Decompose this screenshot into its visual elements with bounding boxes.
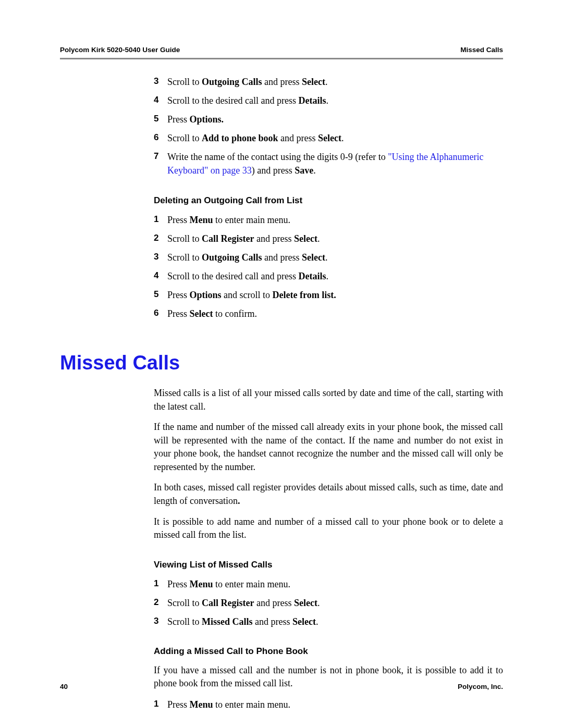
step-text: Scroll to Outgoing Calls and press Selec… — [167, 75, 503, 89]
paragraph: In both cases, missed call register prov… — [154, 481, 503, 508]
section-missed-calls: Missed calls is a list of all your misse… — [154, 387, 503, 711]
page-header: Polycom Kirk 5020-5040 User Guide Missed… — [60, 46, 503, 58]
step-number: 1 — [154, 213, 167, 227]
step-number: 5 — [154, 288, 167, 302]
step-item: 3 Scroll to Outgoing Calls and press Sel… — [154, 75, 503, 89]
step-text: Press Options. — [167, 113, 503, 126]
step-text: Scroll to Outgoing Calls and press Selec… — [167, 251, 503, 264]
step-text: Scroll to Call Register and press Select… — [167, 232, 503, 245]
subheading-deleting-outgoing: Deleting an Outgoing Call from List — [154, 195, 503, 206]
header-left: Polycom Kirk 5020-5040 User Guide — [60, 46, 180, 54]
paragraph: Missed calls is a list of all your misse… — [154, 387, 503, 413]
step-text: Scroll to the desired call and press Det… — [167, 269, 503, 283]
step-number: 4 — [154, 269, 167, 283]
step-text: Press Options and scroll to Delete from … — [167, 288, 503, 302]
step-item: 4 Scroll to the desired call and press D… — [154, 94, 503, 107]
step-text: Press Select to confirm. — [167, 307, 503, 320]
step-text: Write the name of the contact using the … — [167, 150, 503, 177]
main-content: 3 Scroll to Outgoing Calls and press Sel… — [154, 75, 503, 320]
paragraph: It is possible to add name and number of… — [154, 515, 503, 542]
step-item: 3 Scroll to Outgoing Calls and press Sel… — [154, 251, 503, 264]
step-text: Scroll to the desired call and press Det… — [167, 94, 503, 107]
step-number: 3 — [154, 75, 167, 89]
step-number: 2 — [154, 232, 167, 245]
step-number: 1 — [154, 698, 167, 711]
step-number: 7 — [154, 150, 167, 177]
step-text: Scroll to Missed Calls and press Select. — [167, 615, 503, 628]
step-number: 5 — [154, 113, 167, 126]
step-item: 5 Press Options and scroll to Delete fro… — [154, 288, 503, 302]
step-number: 2 — [154, 596, 167, 610]
step-item: 1 Press Menu to enter main menu. — [154, 698, 503, 711]
step-number: 3 — [154, 615, 167, 628]
page: Polycom Kirk 5020-5040 User Guide Missed… — [0, 0, 563, 728]
page-footer: 40 Polycom, Inc. — [60, 683, 503, 690]
step-item: 2 Scroll to Call Register and press Sele… — [154, 232, 503, 245]
step-text: Scroll to Call Register and press Select… — [167, 596, 503, 610]
step-number: 4 — [154, 94, 167, 107]
step-number: 3 — [154, 251, 167, 264]
page-number: 40 — [60, 683, 68, 690]
paragraph: If the name and number of the missed cal… — [154, 421, 503, 474]
step-number: 1 — [154, 577, 167, 591]
step-item: 6 Press Select to confirm. — [154, 307, 503, 320]
footer-company: Polycom, Inc. — [458, 683, 503, 690]
step-text: Press Menu to enter main menu. — [167, 577, 503, 591]
step-item: 7 Write the name of the contact using th… — [154, 150, 503, 177]
step-text: Press Menu to enter main menu. — [167, 698, 503, 711]
heading-missed-calls: Missed Calls — [60, 352, 503, 374]
step-item: 6 Scroll to Add to phone book and press … — [154, 131, 503, 145]
header-rule — [60, 58, 503, 59]
step-text: Press Menu to enter main menu. — [167, 213, 503, 227]
subheading-adding-missed: Adding a Missed Call to Phone Book — [154, 646, 503, 657]
step-item: 5 Press Options. — [154, 113, 503, 126]
step-item: 3 Scroll to Missed Calls and press Selec… — [154, 615, 503, 628]
header-right: Missed Calls — [460, 46, 503, 54]
subheading-viewing-missed: Viewing List of Missed Calls — [154, 560, 503, 570]
step-text: Scroll to Add to phone book and press Se… — [167, 131, 503, 145]
step-item: 2 Scroll to Call Register and press Sele… — [154, 596, 503, 610]
step-item: 1 Press Menu to enter main menu. — [154, 213, 503, 227]
step-item: 4 Scroll to the desired call and press D… — [154, 269, 503, 283]
step-item: 1 Press Menu to enter main menu. — [154, 577, 503, 591]
step-number: 6 — [154, 131, 167, 145]
step-number: 6 — [154, 307, 167, 320]
